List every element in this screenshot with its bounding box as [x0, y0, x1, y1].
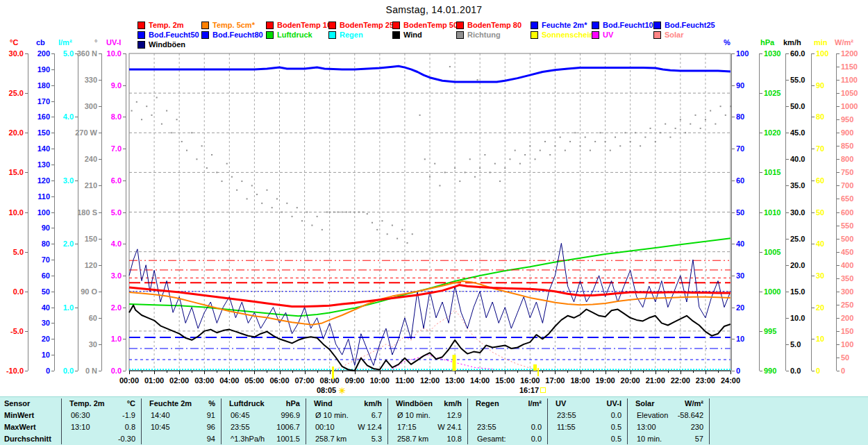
axis-tick-label: 30: [816, 271, 824, 280]
rect: [720, 106, 721, 107]
table-cell-time: 17:15: [397, 423, 417, 432]
axis-tick: [786, 212, 789, 213]
axis-tick-label: 60: [736, 176, 744, 185]
rect: [342, 212, 343, 213]
axis-tick-label: 90: [816, 81, 824, 90]
table-row-label: Sensor: [4, 399, 30, 408]
axis-tick-label: 950: [841, 115, 853, 124]
axis-tick: [837, 172, 840, 173]
axis-tick: [837, 292, 840, 292]
rect: [665, 124, 666, 125]
rect: [605, 141, 606, 142]
rect: [439, 185, 440, 186]
rect: [322, 229, 323, 230]
table-cell-value: -0.30: [118, 435, 135, 444]
axis-tick: [51, 196, 54, 197]
axis-tick-label: 750: [841, 168, 853, 176]
rect: [292, 216, 293, 217]
axis-tick: [786, 159, 789, 160]
axis-tick-label: 550: [841, 221, 853, 230]
rect: [477, 79, 478, 81]
rect: [710, 110, 711, 112]
table-cell-value: 0.8: [125, 423, 135, 432]
rect: [624, 132, 626, 133]
rect: [376, 229, 378, 230]
rect: [346, 212, 347, 213]
legend-swatch-uv: [592, 31, 599, 39]
table-col-header: Regen: [476, 399, 499, 408]
x-tick-major: [530, 371, 531, 374]
axis-tick: [837, 133, 840, 133]
rect: [725, 115, 726, 116]
table-cell-time: 00:10: [315, 423, 335, 432]
rect: [509, 158, 510, 160]
axis-tick-label: 10: [0, 351, 50, 359]
table-col-header: Luftdruck: [229, 399, 265, 408]
axis-tick-label: 25.0: [790, 235, 805, 243]
rect: [544, 141, 546, 142]
table-cell-time: Ø 10 min.: [397, 411, 431, 420]
rect: [196, 158, 197, 160]
axis-tick-label: 90 O: [0, 287, 97, 296]
axis-tick: [123, 85, 126, 86]
axis-tick-label: 850: [841, 142, 853, 150]
rect: [222, 180, 223, 182]
x-tick-minor: [517, 371, 518, 373]
rect: [176, 119, 178, 120]
axis-tick: [99, 133, 101, 133]
axis-header-min: min: [814, 38, 828, 47]
axis-tick-label: 60.0: [790, 49, 805, 58]
rect: [494, 163, 496, 165]
axis-tick: [760, 331, 762, 332]
rect: [286, 203, 287, 204]
rect: [317, 216, 318, 217]
table-row-label: MaxWert: [4, 423, 36, 432]
axis-tick: [732, 53, 735, 54]
axis-tick: [837, 265, 840, 266]
table-cell-time: 23:55: [557, 411, 576, 420]
axis-tick: [732, 149, 735, 149]
x-tick-major: [631, 371, 631, 374]
x-tick-minor: [242, 371, 242, 373]
table-col-regen: Regenl/m²23:550.0Gesamt:0.0: [467, 397, 547, 445]
x-tick-major: [731, 371, 731, 374]
axis-tick: [99, 106, 101, 107]
rect: [533, 364, 537, 371]
rect: [236, 190, 237, 191]
table-col-unit: %: [208, 399, 215, 408]
axis-tick-label: 200: [841, 314, 853, 322]
table-col-wind: Windkm/hØ 10 min.6.700:10W 12.4258.7 km5…: [306, 397, 387, 445]
x-tick-major: [355, 371, 356, 374]
axis-tick: [837, 212, 840, 213]
axis-tick-label: 4.0: [0, 240, 122, 248]
legend-label: BodenTemp 80: [467, 21, 521, 29]
axis-tick-label: 40: [816, 240, 824, 248]
rect: [151, 115, 152, 116]
axis-tick: [99, 265, 101, 266]
rect: [434, 163, 435, 165]
table-col-header: Temp. 2m: [69, 399, 105, 408]
table-col-unit: °C: [127, 399, 135, 408]
axis-tick-label: 1200: [841, 49, 858, 58]
legend-label: Feuchte 2m*: [542, 21, 587, 29]
rect: [644, 137, 646, 138]
x-tick-major: [280, 371, 281, 374]
axis-header-km-h: km/h: [783, 38, 801, 47]
legend-swatch-bod-feucht10: [592, 22, 599, 29]
table-col-unit: l/m²: [528, 399, 542, 408]
axis-tick: [51, 228, 54, 228]
axis-tick-label: 300: [0, 102, 97, 110]
table-col-unit: W/m²: [685, 399, 703, 408]
table-col-luftdruck: LuftdruckhPa06:45996.923:551006.7^1.3hPa…: [221, 397, 306, 445]
table-divider: [709, 398, 710, 444]
x-tick-minor: [267, 371, 267, 373]
x-tick-major: [254, 371, 255, 374]
axis-tick-label: 50: [736, 208, 744, 217]
axis-tick-label: 1.0: [0, 335, 122, 343]
table-cell-time: 10 min.: [637, 435, 662, 444]
rect: [136, 101, 137, 103]
x-tick-major: [581, 371, 581, 374]
rect: [690, 124, 691, 125]
x-tick-major: [706, 371, 706, 374]
axis-tick-label: 650: [841, 194, 853, 203]
